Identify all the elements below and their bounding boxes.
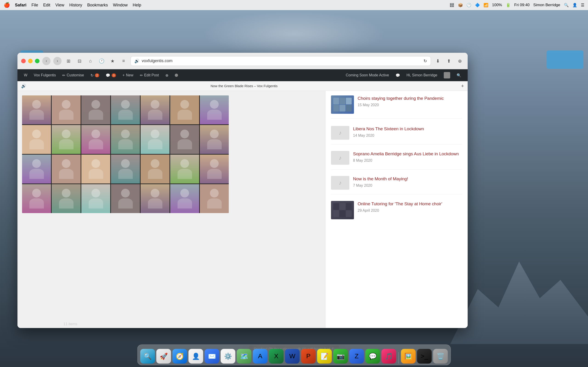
dock-terminal[interactable]: >_ <box>417 349 432 364</box>
video-cell <box>111 155 140 184</box>
wp-site-name[interactable]: Vox Fulgentis <box>31 72 59 79</box>
sidebar-toggle-button[interactable]: ⊞ <box>64 57 73 65</box>
dock-chrome[interactable]: ⚙️ <box>221 349 235 364</box>
search-icon[interactable]: 🔍 <box>564 3 569 8</box>
comments-badge: 0 <box>112 73 116 77</box>
new-tab-button[interactable]: ⊕ <box>456 57 464 65</box>
dock-safari[interactable]: 🧭 <box>173 349 187 364</box>
jetpack-icon: ⊕ <box>165 73 168 77</box>
wifi-icon[interactable]: 📶 <box>484 3 488 8</box>
dock-zoom[interactable]: Z <box>349 349 364 364</box>
back-button[interactable]: ‹ <box>42 57 51 65</box>
menubar-help[interactable]: Help <box>133 3 141 8</box>
control-center-icon[interactable]: 🎛️ <box>450 3 454 8</box>
video-cell <box>170 184 199 213</box>
grid-view-button[interactable]: ⊟ <box>75 57 84 65</box>
browser-toolbar: ‹ › ⊞ ⊟ ⌂ 🕐 ★ ≡ 🔊 voxfulgentis.com ↻ ⬇ ⬆… <box>17 53 468 69</box>
post-info-5: Online Tutoring for 'The Stay at Home ch… <box>358 201 462 213</box>
wp-admin-bar: W Vox Fulgentis ✏ Customise ↻ 2 💬 0 + Ne… <box>17 69 468 81</box>
dock-notes[interactable]: 📝 <box>317 349 332 364</box>
wp-user-avatar[interactable] <box>441 71 453 80</box>
dock-photos[interactable]: 🖼️ <box>401 349 416 364</box>
post-date-3: 8 May 2020 <box>331 158 462 163</box>
post-date-1: 15 May 2020 <box>358 103 462 107</box>
dock-maps[interactable]: 🗺️ <box>237 349 251 364</box>
tab-add-button[interactable]: + <box>461 83 464 89</box>
address-bar[interactable]: 🔊 voxfulgentis.com ↻ <box>130 56 431 66</box>
fullscreen-button[interactable] <box>35 59 40 63</box>
dock-music[interactable]: 🎵 <box>381 349 396 364</box>
home-button[interactable]: ⌂ <box>86 57 95 65</box>
volume-icon[interactable]: 🔊 <box>21 83 26 89</box>
control-strip-icon[interactable]: ☰ <box>581 3 584 8</box>
dock-app-store[interactable]: A <box>253 349 268 364</box>
menubar-history[interactable]: History <box>69 3 82 8</box>
menubar-safari[interactable]: Safari <box>15 3 26 8</box>
edit-icon: ✏ <box>140 73 143 77</box>
wp-user-greeting[interactable]: Hi, Simon Berridge <box>404 72 440 79</box>
dock-launchpad[interactable]: 🚀 <box>156 349 171 364</box>
dropbox-icon[interactable]: 📦 <box>458 3 463 8</box>
download-button[interactable]: ⬇ <box>434 57 442 65</box>
dock-powerpoint[interactable]: P <box>301 349 316 364</box>
menubar-bookmarks[interactable]: Bookmarks <box>87 3 108 8</box>
wp-circle-icon[interactable] <box>172 72 181 78</box>
video-cell <box>22 155 51 184</box>
dock-contacts[interactable]: 👤 <box>189 349 203 364</box>
wp-customise-button[interactable]: ✏ Customise <box>60 72 87 79</box>
bookmarks-button[interactable]: ★ <box>108 57 117 65</box>
desktop-folder-right[interactable] <box>547 50 583 69</box>
post-title-2[interactable]: Libera Nos The Sixteen in Lockdown <box>331 126 462 132</box>
apple-menu[interactable]: 🍎 <box>4 2 10 8</box>
post-info-3: Soprano Amelia Berridge sings Aus Liebe … <box>331 151 462 163</box>
wp-comments-button[interactable]: 💬 0 <box>103 72 119 79</box>
wp-updates-button[interactable]: ↻ 2 <box>88 72 102 79</box>
audio-icon[interactable]: 🔊 <box>134 58 139 64</box>
video-cell <box>170 155 199 184</box>
dock: 🔍🚀🧭👤✉️⚙️🗺️AXWP📝📷Z💬🎵🖼️>_🗑️ <box>137 344 451 365</box>
reader-button[interactable]: ≡ <box>120 57 128 65</box>
dock-messages[interactable]: 💬 <box>365 349 380 364</box>
close-button[interactable] <box>21 59 26 63</box>
menubar-file[interactable]: File <box>32 3 38 8</box>
video-cell <box>111 95 140 124</box>
coming-soon-mode: Coming Soon Mode Active <box>343 72 392 79</box>
video-cell <box>52 95 81 124</box>
post-thumb-5[interactable] <box>331 201 354 219</box>
share-button[interactable]: ⬆ <box>445 57 453 65</box>
dock-word[interactable]: W <box>285 349 300 364</box>
post-placeholder-2: ♪ <box>331 126 349 140</box>
video-grid <box>22 95 229 213</box>
minimize-button[interactable] <box>28 59 33 63</box>
user-name[interactable]: Simon Berridge <box>533 3 560 7</box>
menubar-window[interactable]: Window <box>113 3 128 8</box>
dock-trash[interactable]: 🗑️ <box>433 349 448 364</box>
video-cell <box>22 95 51 124</box>
menubar-view[interactable]: View <box>55 3 64 8</box>
time-machine-icon[interactable]: 🕐 <box>467 3 471 8</box>
post-title-3[interactable]: Soprano Amelia Berridge sings Aus Liebe … <box>331 151 462 157</box>
reload-button[interactable]: ↻ <box>424 58 427 64</box>
post-thumb-1[interactable] <box>331 95 354 114</box>
post-title-4[interactable]: Now is the Month of Maying! <box>331 176 462 182</box>
wp-edit-post-button[interactable]: ✏ Edit Post <box>137 72 162 79</box>
wp-comments-icon[interactable]: 💬 <box>393 72 403 79</box>
user-avatar-icon[interactable]: 👤 <box>572 3 577 8</box>
dock-excel[interactable]: X <box>269 349 284 364</box>
video-cell <box>52 155 81 184</box>
wp-new-button[interactable]: + New <box>120 72 136 79</box>
wp-search-button[interactable]: 🔍 <box>454 72 464 79</box>
post-title-5[interactable]: Online Tutoring for 'The Stay at Home ch… <box>358 201 462 207</box>
history-button[interactable]: 🕐 <box>97 57 106 65</box>
wp-bar-right: Coming Soon Mode Active 💬 Hi, Simon Berr… <box>343 71 464 80</box>
wp-jetpack-button[interactable]: ⊕ <box>163 72 171 79</box>
dock-mail[interactable]: ✉️ <box>205 349 219 364</box>
menubar-edit[interactable]: Edit <box>43 3 50 8</box>
dock-finder[interactable]: 🔍 <box>140 349 155 364</box>
post-title-1[interactable]: Choirs staying together during the Pande… <box>358 95 462 102</box>
forward-button[interactable]: › <box>53 57 61 65</box>
wp-logo-button[interactable]: W <box>21 72 30 79</box>
menubar: 🍎 Safari File Edit View History Bookmark… <box>0 0 588 10</box>
bluetooth-icon[interactable]: 🔷 <box>475 3 480 8</box>
dock-facetime[interactable]: 📷 <box>333 349 348 364</box>
